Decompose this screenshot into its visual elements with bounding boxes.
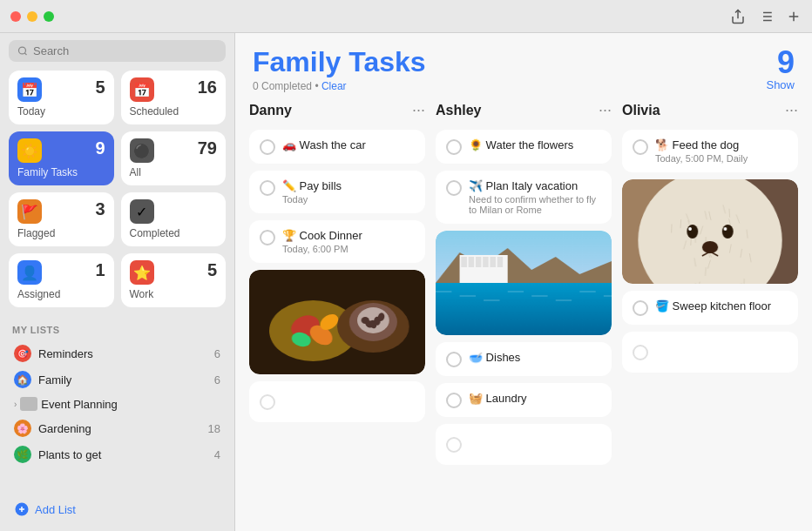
titlebar [0, 0, 812, 33]
completed-count: 0 Completed [253, 80, 312, 92]
list-item-reminders[interactable]: 🎯 Reminders 6 [9, 340, 226, 366]
column-more-ashley[interactable]: ··· [599, 101, 612, 119]
smart-count-today: 5 [95, 77, 105, 97]
task-card-dishes[interactable]: 🥣 Dishes [436, 342, 612, 376]
main-content: Family Tasks 0 Completed • Clear 9 Show … [235, 33, 812, 531]
column-danny: Danny ··· 🚗 Wash the car ✏️ Pay bills To… [249, 101, 425, 517]
column-header-ashley: Ashley ··· [436, 101, 612, 119]
list-count-plants: 4 [214, 448, 220, 461]
clear-link[interactable]: Clear [321, 80, 347, 92]
smart-count-family-tasks: 9 [95, 138, 105, 158]
smart-count-scheduled: 16 [198, 77, 217, 97]
badge-number: 9 [777, 47, 795, 78]
list-dot-plants: 🌿 [14, 446, 31, 463]
svg-point-9 [18, 47, 25, 54]
column-title-ashley: Ashley [436, 103, 481, 118]
list-item-plants[interactable]: 🌿 Plants to get 4 [9, 441, 226, 467]
task-circle-empty [446, 437, 462, 453]
smart-label-flagged: Flagged [17, 227, 105, 239]
task-card-water-flowers[interactable]: 🌻 Water the flowers [436, 130, 612, 164]
share-icon[interactable] [730, 9, 746, 24]
search-input[interactable] [33, 44, 217, 57]
smart-item-all[interactable]: ⚫ 79 All [121, 131, 227, 185]
list-item-left: 🎯 Reminders [14, 345, 93, 362]
task-card-wash-car[interactable]: 🚗 Wash the car [249, 130, 425, 164]
column-more-danny[interactable]: ··· [412, 101, 425, 119]
task-image-canvas-cook-dinner [249, 270, 425, 374]
traffic-lights [10, 11, 54, 22]
task-card-empty-ashley-empty[interactable] [436, 424, 612, 465]
task-card-empty-olivia-empty[interactable] [622, 332, 798, 373]
task-content-sweep-floor: 🪣 Sweep kitchen floor [655, 299, 788, 313]
list-item-gardening[interactable]: 🌸 Gardening 18 [9, 415, 226, 441]
app-body: 📅 5 Today 📅 16 Scheduled ☀️ 9 Family Tas… [0, 33, 812, 531]
maximize-button[interactable] [44, 11, 54, 22]
search-box[interactable] [9, 40, 226, 62]
smart-item-scheduled[interactable]: 📅 16 Scheduled [121, 71, 227, 124]
list-label-plants: Plants to get [38, 448, 101, 461]
add-list-label: Add List [35, 503, 76, 516]
task-title-feed-dog: 🐕 Feed the dog [655, 138, 788, 151]
list-label-family: Family [38, 373, 71, 386]
task-card-empty-danny-empty[interactable] [249, 381, 425, 422]
titlebar-actions [730, 9, 802, 24]
task-circle-wash-car [260, 139, 275, 155]
list-dot-reminders: 🎯 [14, 345, 31, 362]
list-icon[interactable] [758, 9, 774, 24]
list-item-left: 🌸 Gardening [14, 420, 91, 437]
task-circle-plan-italy [446, 180, 462, 196]
task-circle-feed-dog [633, 139, 648, 155]
plus-circle-icon [14, 501, 30, 517]
smart-icon-work: ⭐ [130, 260, 154, 285]
smart-item-work[interactable]: ⭐ 5 Work [121, 253, 227, 307]
task-card-plan-italy[interactable]: ✈️ Plan Italy vacation Need to confirm w… [436, 171, 612, 224]
task-content-plan-italy: ✈️ Plan Italy vacation Need to confirm w… [469, 179, 601, 215]
smart-icon-flagged: 🚩 [17, 199, 42, 224]
task-content-laundry: 🧺 Laundry [469, 392, 601, 405]
task-subtitle-pay-bills: Today [282, 194, 415, 205]
folder-icon [20, 397, 37, 411]
task-circle-water-flowers [446, 139, 462, 155]
expand-arrow: › [14, 400, 17, 409]
add-list-button[interactable]: Add List [9, 494, 226, 524]
list-item-event-planning[interactable]: › Event Planning [9, 393, 226, 415]
smart-item-flagged[interactable]: 🚩 3 Flagged [9, 192, 114, 246]
task-card-laundry[interactable]: 🧺 Laundry [436, 383, 612, 417]
svg-line-10 [24, 53, 26, 55]
task-card-cook-dinner[interactable]: 🏆 Cook Dinner Today, 6:00 PM [249, 220, 425, 263]
smart-label-assigned: Assigned [17, 288, 105, 300]
search-icon [17, 45, 28, 57]
add-icon[interactable] [786, 9, 802, 24]
smart-count-assigned: 1 [95, 260, 105, 280]
smart-item-completed[interactable]: ✓ Completed [121, 192, 227, 246]
list-dot-gardening: 🌸 [14, 420, 31, 437]
list-item-family[interactable]: 🏠 Family 6 [9, 366, 226, 393]
list-count-gardening: 18 [208, 422, 220, 435]
task-circle-laundry [446, 393, 462, 408]
task-card-pay-bills[interactable]: ✏️ Pay bills Today [249, 171, 425, 213]
smart-item-assigned[interactable]: 👤 1 Assigned [9, 253, 114, 307]
task-image-feed-dog [622, 179, 798, 284]
task-card-sweep-floor[interactable]: 🪣 Sweep kitchen floor [622, 291, 798, 325]
my-lists-header: My Lists [12, 325, 226, 335]
task-title-cook-dinner: 🏆 Cook Dinner [282, 229, 415, 242]
smart-grid: 📅 5 Today 📅 16 Scheduled ☀️ 9 Family Tas… [9, 71, 226, 307]
columns-container: Danny ··· 🚗 Wash the car ✏️ Pay bills To… [235, 101, 812, 531]
smart-item-family-tasks[interactable]: ☀️ 9 Family Tasks [9, 131, 114, 185]
task-subtitle-feed-dog: Today, 5:00 PM, Daily [655, 153, 788, 164]
main-title-area: Family Tasks 0 Completed • Clear [253, 47, 426, 92]
column-more-olivia[interactable]: ··· [785, 101, 798, 119]
task-content-dishes: 🥣 Dishes [469, 351, 601, 364]
smart-item-today[interactable]: 📅 5 Today [9, 71, 114, 124]
minimize-button[interactable] [27, 11, 37, 22]
list-dot-family: 🏠 [14, 371, 31, 388]
show-button[interactable]: Show [766, 78, 795, 91]
task-circle-sweep-floor [633, 300, 648, 316]
task-title-laundry: 🧺 Laundry [469, 392, 601, 405]
task-circle-empty [260, 394, 275, 410]
task-circle-dishes [446, 352, 462, 367]
task-image-plan-italy [436, 231, 612, 335]
task-card-feed-dog[interactable]: 🐕 Feed the dog Today, 5:00 PM, Daily [622, 130, 798, 172]
close-button[interactable] [10, 11, 21, 22]
task-circle-empty [633, 345, 648, 360]
